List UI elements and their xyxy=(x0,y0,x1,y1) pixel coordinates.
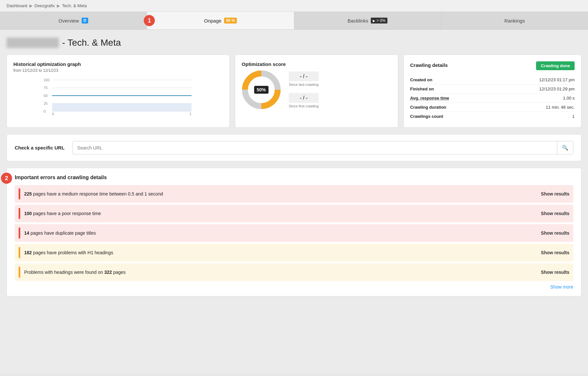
tab-onpage[interactable]: 1 Onpage 65 % xyxy=(147,12,294,29)
error-bold-1: 225 xyxy=(24,191,32,196)
url-search-button[interactable]: 🔍 xyxy=(557,141,573,154)
tab-overview-badge: D xyxy=(82,18,89,24)
main-content: - Tech. & Meta Historical optimization g… xyxy=(0,30,588,373)
crawling-header: Crawling details Crawling done xyxy=(410,61,575,70)
score-stat-first: - / - Since first crawling xyxy=(289,93,319,108)
crawling-val-count: 1 xyxy=(572,114,575,119)
svg-marker-10 xyxy=(52,103,191,111)
crawling-key-count: Crawlings count xyxy=(410,114,443,119)
error-text-1: 225 pages have a medium response time be… xyxy=(24,191,534,196)
url-checker-card: Check a specific URL 🔍 xyxy=(7,134,581,161)
crawling-val-duration: 11 min. 48 sec. xyxy=(546,105,575,110)
show-results-1[interactable]: Show results xyxy=(541,191,569,196)
crawling-key-created: Created on xyxy=(410,77,433,82)
tab-rankings[interactable]: Rankings xyxy=(441,12,588,29)
tab-backlinks[interactable]: Backlinks ▶ > 0% xyxy=(294,12,441,29)
show-results-3[interactable]: Show results xyxy=(541,230,569,236)
error-text-4: 182 pages have problems with H1 headings xyxy=(24,250,534,255)
svg-text:100: 100 xyxy=(43,78,49,82)
error-indicator-5 xyxy=(19,267,20,278)
cards-row: Historical optimization graph from 12/12… xyxy=(7,55,581,128)
donut-label: 50% xyxy=(254,86,269,94)
tab-overview[interactable]: Overview D xyxy=(0,12,147,29)
step-badge-2: 2 xyxy=(1,173,12,184)
title-blur xyxy=(7,38,59,48)
page-title-text: - Tech. & Meta xyxy=(62,38,121,48)
tab-onpage-label: Onpage xyxy=(204,18,221,24)
error-text-5: Problems with headings were found on 322… xyxy=(24,270,534,275)
crawling-title: Crawling details xyxy=(410,62,448,68)
optimization-card: Optimization score 50% xyxy=(235,55,398,128)
step-badge-1: 1 xyxy=(144,15,155,26)
error-bold-2: 100 xyxy=(24,211,32,216)
breadcrumb-tech-meta[interactable]: Tech. & Meta xyxy=(62,3,87,8)
breadcrumb-deezgrafix[interactable]: Deezgrafix xyxy=(35,3,55,8)
breadcrumb-sep-2: ▶ xyxy=(57,3,60,8)
error-indicator-3 xyxy=(19,227,20,239)
breadcrumb-dashboard[interactable]: Dashboard xyxy=(7,3,27,8)
svg-text:75: 75 xyxy=(43,86,47,90)
score-last-label: Since last crawling xyxy=(289,83,319,86)
error-row-5: Problems with headings were found on 322… xyxy=(15,263,573,281)
error-row-1: 225 pages have a medium response time be… xyxy=(15,185,573,203)
show-results-5[interactable]: Show results xyxy=(541,270,569,275)
crawling-val-created: 12/12/23 01:17 pm xyxy=(539,77,575,82)
show-results-4[interactable]: Show results xyxy=(541,250,569,255)
breadcrumb-sep-1: ▶ xyxy=(29,3,33,8)
donut-wrapper: 50% xyxy=(242,70,281,109)
crawling-key-finished: Finished on xyxy=(410,86,434,91)
tab-onpage-badge: 65 % xyxy=(224,18,237,24)
error-row-4: 182 pages have problems with H1 headings… xyxy=(15,244,573,261)
chart-svg: 100 75 50 25 0 0 1 xyxy=(13,77,223,117)
error-row-2: 100 pages have a poor response time Show… xyxy=(15,205,573,222)
show-results-2[interactable]: Show results xyxy=(541,211,569,216)
svg-text:1: 1 xyxy=(189,112,191,116)
score-stats: - / - Since last crawling - / - Since fi… xyxy=(289,71,319,108)
errors-title: Important errors and crawling details xyxy=(15,175,573,180)
score-first-value: - / - xyxy=(289,93,319,103)
historical-subtitle: from 12/12/23 to 12/12/23 xyxy=(13,68,223,73)
historical-title: Historical optimization graph xyxy=(13,61,223,67)
tab-backlinks-label: Backlinks xyxy=(348,18,368,24)
error-indicator-4 xyxy=(19,247,20,258)
crawling-key-duration: Crawling duration xyxy=(410,105,447,110)
error-bold-4: 182 xyxy=(24,250,32,255)
score-first-label: Since first crawling xyxy=(289,104,319,108)
show-more-button[interactable]: Show more xyxy=(15,284,573,290)
optimization-title: Optimization score xyxy=(242,61,391,67)
score-container: 50% - / - Since last crawling - / - Sinc… xyxy=(242,70,391,109)
tabs-bar: Overview D 1 Onpage 65 % Backlinks ▶ > 0… xyxy=(0,12,588,30)
crawling-val-avg: 1.00 s xyxy=(563,96,575,101)
crawling-done-badge: Crawling done xyxy=(536,61,575,70)
tab-backlinks-badge: ▶ > 0% xyxy=(371,18,387,24)
error-indicator-1 xyxy=(19,188,20,199)
svg-text:0: 0 xyxy=(43,109,45,113)
breadcrumb: Dashboard ▶ Deezgrafix ▶ Tech. & Meta xyxy=(0,0,588,12)
svg-text:25: 25 xyxy=(43,102,47,105)
error-bold-5: 322 xyxy=(104,270,112,275)
search-input[interactable] xyxy=(73,142,557,154)
svg-text:50: 50 xyxy=(43,94,47,98)
crawling-row-avg: Avg. response time 1.00 s xyxy=(410,94,575,103)
errors-section: 2 Important errors and crawling details … xyxy=(7,168,581,296)
historical-card: Historical optimization graph from 12/12… xyxy=(7,55,230,128)
tab-rankings-label: Rankings xyxy=(504,18,525,24)
crawling-row-duration: Crawling duration 11 min. 48 sec. xyxy=(410,103,575,112)
error-indicator-2 xyxy=(19,208,20,219)
tab-overview-label: Overview xyxy=(58,18,79,24)
error-text-3: 14 pages have duplicate page titles xyxy=(24,230,534,236)
url-checker-label: Check a specific URL xyxy=(15,145,65,150)
chart-area: 100 75 50 25 0 0 1 xyxy=(13,77,223,117)
url-search-wrapper: 🔍 xyxy=(73,141,573,154)
crawling-row-count: Crawlings count 1 xyxy=(410,112,575,121)
crawling-key-avg: Avg. response time xyxy=(410,96,449,101)
badge-arrow: ▶ xyxy=(373,19,375,23)
error-row-3: 14 pages have duplicate page titles Show… xyxy=(15,224,573,242)
error-text-2: 100 pages have a poor response time xyxy=(24,211,534,216)
crawling-row-finished: Finished on 12/12/23 01:29 pm xyxy=(410,85,575,94)
page-title: - Tech. & Meta xyxy=(7,38,581,48)
score-last-value: - / - xyxy=(289,71,319,81)
score-stat-last: - / - Since last crawling xyxy=(289,71,319,86)
crawling-table: Created on 12/12/23 01:17 pm Finished on… xyxy=(410,75,575,121)
crawling-val-finished: 12/12/23 01:29 pm xyxy=(539,86,575,91)
